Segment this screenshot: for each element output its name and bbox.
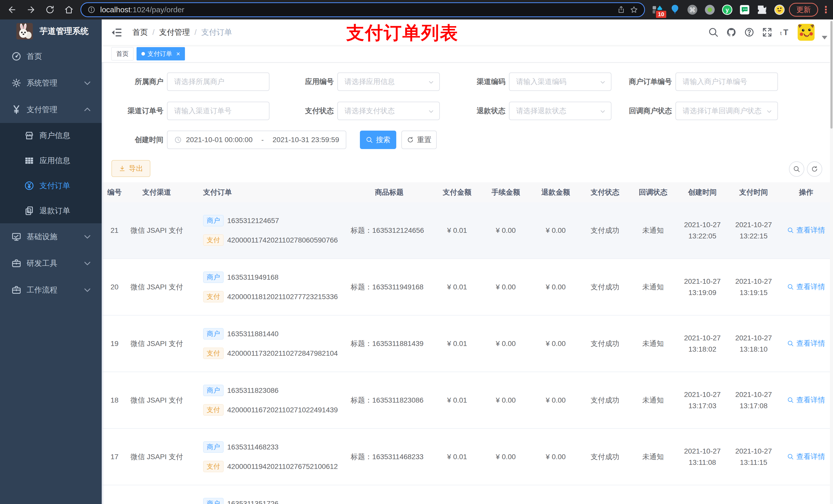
view-detail-label: 查看详情 bbox=[796, 339, 825, 348]
sidebar-item-pay[interactable]: 支付管理 bbox=[0, 96, 102, 123]
sidebar-item-workflow[interactable]: 工作流程 bbox=[0, 277, 102, 303]
github-icon[interactable] bbox=[726, 27, 737, 38]
profile-emoji-avatar[interactable] bbox=[774, 4, 785, 16]
extension-record-icon[interactable] bbox=[704, 4, 716, 16]
sidebar-item-infrastructure[interactable]: 基础设施 bbox=[0, 223, 102, 250]
cell-notify-status: 未通知 bbox=[629, 395, 677, 405]
site-info-icon[interactable] bbox=[87, 6, 96, 14]
filter-field-channel-code: 渠道编码请输入渠道编码 bbox=[446, 72, 612, 91]
filter-channel-order-no-input[interactable]: 请输入渠道订单号 bbox=[167, 102, 269, 120]
logo-rabbit-avatar bbox=[16, 23, 33, 40]
cell-fee-amount: ¥ 0.00 bbox=[481, 283, 531, 291]
breadcrumb-item[interactable]: 支付管理 bbox=[159, 27, 190, 38]
browser-forward-button[interactable] bbox=[26, 5, 36, 15]
help-icon[interactable] bbox=[744, 27, 755, 38]
filter-label: 创建时间 bbox=[104, 130, 167, 149]
cell-pay-amount: ¥ 0.01 bbox=[433, 283, 481, 291]
create-time-range-picker[interactable]: 2021-10-01 00:00:00 - 2021-10-31 23:59:5… bbox=[167, 130, 346, 149]
filter-callback-status-select[interactable]: 请选择订单回调商户状态 bbox=[675, 102, 778, 120]
placeholder-text: 请选择退款状态 bbox=[516, 106, 566, 116]
browser-update-button[interactable]: 更新 bbox=[789, 3, 818, 17]
filter-app-no-select[interactable]: 请选择应用信息 bbox=[337, 72, 440, 91]
app-logo[interactable]: 芋道管理系统 bbox=[0, 20, 102, 43]
merchant-order-no: 1635311468233 bbox=[227, 443, 279, 451]
filter-refund-status-select[interactable]: 请选择退款状态 bbox=[509, 102, 612, 120]
breadcrumb-item[interactable]: 首页 bbox=[133, 27, 148, 38]
channel-pay-no: 4200001181202110277723215336 bbox=[227, 293, 338, 301]
sidebar-item-dev-tools[interactable]: 研发工具 bbox=[0, 250, 102, 277]
view-detail-label: 查看详情 bbox=[796, 282, 825, 292]
close-icon[interactable]: × bbox=[176, 50, 180, 57]
sidebar-item-pay-order[interactable]: 支付订单 bbox=[0, 173, 102, 198]
cell-id: 21 bbox=[102, 226, 127, 235]
sidebar-menu: 首页系统管理支付管理商户信息应用信息支付订单退款订单基础设施研发工具工作流程 bbox=[0, 43, 102, 303]
sidebar-item-refund-order[interactable]: 退款订单 bbox=[0, 198, 102, 223]
refresh-table-button[interactable] bbox=[807, 161, 822, 177]
browser-chrome: localhost:1024/pay/order 10 ⌘ y 更新 ⋮ bbox=[0, 0, 833, 20]
browser-reload-button[interactable] bbox=[45, 5, 55, 15]
merchant-tag: 商户 bbox=[203, 385, 223, 396]
browser-back-button[interactable] bbox=[7, 5, 17, 15]
filter-merchant-order-no-input[interactable]: 请输入商户订单编号 bbox=[675, 72, 778, 91]
cell-id: 20 bbox=[102, 283, 127, 291]
view-detail-link[interactable]: 查看详情 bbox=[787, 339, 825, 348]
user-avatar[interactable] bbox=[798, 24, 814, 41]
download-icon bbox=[119, 165, 126, 172]
extension-balloon-icon[interactable] bbox=[669, 4, 681, 16]
chevron-down-icon bbox=[766, 108, 773, 115]
search-icon bbox=[787, 284, 794, 290]
sidebar-toggle-hamburger-icon[interactable] bbox=[111, 27, 123, 39]
sidebar-item-system[interactable]: 系统管理 bbox=[0, 70, 102, 96]
search-button[interactable]: 搜索 bbox=[360, 130, 396, 149]
svg-text:y: y bbox=[726, 7, 729, 13]
sidebar-item-home[interactable]: 首页 bbox=[0, 43, 102, 70]
cell-pay-amount: ¥ 0.01 bbox=[433, 340, 481, 348]
address-bar[interactable]: localhost:1024/pay/order bbox=[80, 2, 645, 17]
header-search-icon[interactable] bbox=[708, 27, 719, 38]
toggle-search-panel-button[interactable] bbox=[789, 161, 804, 177]
date-start-value: 2021-10-01 00:00:00 bbox=[186, 136, 253, 144]
extension-command-icon[interactable]: ⌘ bbox=[687, 4, 698, 16]
search-icon bbox=[787, 227, 794, 234]
monitor-icon bbox=[11, 232, 22, 242]
clock-icon bbox=[174, 136, 182, 144]
tab-支付订单[interactable]: 支付订单× bbox=[137, 47, 185, 61]
filter-pay-status-select[interactable]: 请选择支付状态 bbox=[337, 102, 440, 120]
sidebar-item-app-info[interactable]: 应用信息 bbox=[0, 148, 102, 173]
filter-owner-merchant-input[interactable]: 请选择所属商户 bbox=[167, 72, 269, 91]
extension-diamond-icon[interactable]: 10 bbox=[652, 4, 663, 16]
share-icon[interactable] bbox=[617, 6, 625, 14]
sidebar-item-merchant-info[interactable]: 商户信息 bbox=[0, 123, 102, 148]
export-button[interactable]: 导出 bbox=[112, 160, 150, 177]
extensions-puzzle-icon[interactable] bbox=[756, 4, 768, 16]
cell-refund-amount: ¥ 0.00 bbox=[531, 453, 581, 461]
column-header: 回调状态 bbox=[629, 188, 677, 197]
cell-action: 查看详情 bbox=[779, 225, 833, 235]
pay-tag: 支付 bbox=[203, 347, 223, 359]
extension-y-icon[interactable]: y bbox=[721, 4, 733, 16]
scrollbar-thumb[interactable] bbox=[830, 21, 832, 128]
window-scrollbar[interactable] bbox=[830, 20, 833, 504]
briefcase-icon bbox=[11, 258, 22, 268]
filter-label: 商户订单编号 bbox=[613, 72, 675, 91]
extension-chat-icon[interactable] bbox=[739, 4, 751, 16]
fullscreen-icon[interactable] bbox=[762, 27, 772, 38]
cell-notify-status: 未通知 bbox=[629, 452, 677, 462]
view-detail-link[interactable]: 查看详情 bbox=[787, 395, 825, 405]
reset-button[interactable]: 重置 bbox=[401, 130, 437, 149]
bookmark-star-icon[interactable] bbox=[630, 6, 638, 14]
filter-channel-code-select[interactable]: 请输入渠道编码 bbox=[509, 72, 612, 91]
cell-channel: 微信 JSAPI 支付 bbox=[127, 282, 186, 292]
font-size-icon[interactable]: tT bbox=[780, 27, 790, 38]
avatar-caret-down-icon[interactable] bbox=[822, 36, 827, 40]
table-row: 商户1635311351726支付 bbox=[102, 485, 833, 504]
placeholder-text: 请输入渠道编码 bbox=[516, 77, 566, 87]
view-detail-link[interactable]: 查看详情 bbox=[787, 282, 825, 292]
browser-menu-icon[interactable]: ⋮ bbox=[821, 4, 830, 15]
view-detail-link[interactable]: 查看详情 bbox=[787, 452, 825, 461]
tab-首页[interactable]: 首页 bbox=[112, 47, 134, 61]
view-detail-link[interactable]: 查看详情 bbox=[787, 225, 825, 235]
cell-title: 标题：1635311949168 bbox=[345, 282, 433, 292]
merchant-tag: 商户 bbox=[203, 498, 223, 504]
browser-home-button[interactable] bbox=[64, 5, 74, 15]
